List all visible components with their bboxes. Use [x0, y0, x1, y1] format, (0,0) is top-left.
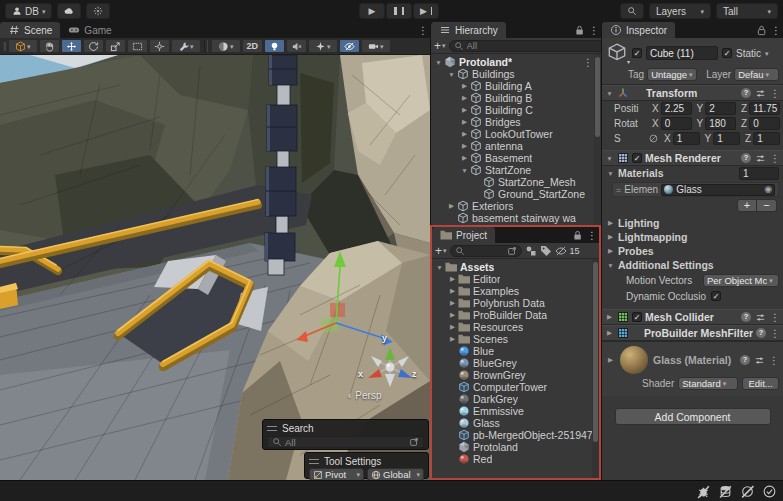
tab-scene[interactable]: Scene [0, 22, 60, 38]
hierarchy-row[interactable]: ▶ Building C [431, 104, 601, 116]
project-scrollbar[interactable] [592, 259, 599, 478]
filter-by-type-icon[interactable] [525, 245, 537, 257]
mesh-renderer-header[interactable]: ▼ ✓ Mesh Renderer ? ⋮ [602, 150, 783, 166]
layout-dropdown[interactable]: Tall ▾ [716, 3, 778, 19]
component-enabled-checkbox[interactable]: ✓ [632, 153, 642, 163]
popout-icon[interactable] [409, 437, 419, 447]
search-button[interactable] [620, 3, 644, 19]
cloud-button[interactable] [57, 3, 81, 19]
fold-arrow[interactable]: ▶ [447, 275, 458, 283]
value-z-field[interactable]: 11.75 [749, 102, 780, 115]
kebab-icon[interactable]: ⋮ [770, 88, 780, 99]
presets-icon[interactable] [755, 88, 766, 99]
project-row[interactable]: Red [432, 453, 599, 465]
help-icon[interactable]: ? [741, 153, 751, 163]
tool-context-dropdown[interactable]: ▾ [8, 39, 38, 53]
value-y-field[interactable]: 1 [713, 132, 740, 145]
project-row[interactable]: Protoland [432, 441, 599, 453]
hierarchy-row[interactable]: ▶ LookOutTower [431, 128, 601, 140]
pause-button[interactable] [386, 3, 412, 19]
transform-tool[interactable] [149, 39, 170, 53]
project-row[interactable]: ▶ Resources [432, 321, 599, 333]
help-icon[interactable]: ? [740, 355, 750, 365]
rect-tool[interactable] [127, 39, 148, 53]
gizmo-z-label[interactable]: z [412, 369, 417, 379]
material-preview-sphere[interactable] [620, 346, 648, 374]
dynamic-occlusion-checkbox[interactable]: ✓ [711, 291, 721, 301]
add-component-button[interactable]: Add Component [615, 408, 771, 425]
kebab-icon[interactable]: ⋮ [770, 153, 780, 164]
perspective-toggle[interactable]: ‹ Persp [348, 390, 412, 401]
project-row[interactable]: ▶ Scenes [432, 333, 599, 345]
scene-audio-toggle[interactable] [286, 39, 307, 53]
hierarchy-row[interactable]: ▶ Building B [431, 92, 601, 104]
active-checkbox[interactable]: ✓ [632, 48, 642, 58]
scene-viewport[interactable]: x y z ‹ Persp Search [0, 55, 430, 480]
kebab-icon[interactable]: ⋮ [770, 328, 780, 339]
project-row[interactable]: DarkGrey [432, 393, 599, 405]
presets-icon[interactable] [754, 355, 765, 366]
fold-arrow[interactable]: ▼ [605, 90, 614, 97]
cache-disabled-icon[interactable] [718, 484, 733, 499]
fold-arrow[interactable]: ▶ [459, 118, 470, 126]
popout-icon[interactable] [507, 246, 517, 256]
fold-arrow[interactable]: ▶ [447, 323, 458, 331]
additional-settings-foldout[interactable]: ▼ Additional Settings [602, 258, 783, 272]
hierarchy-scrollbar[interactable] [594, 54, 601, 225]
activity-check-icon[interactable] [762, 484, 777, 499]
drag-handle-icon[interactable] [309, 459, 319, 464]
hidden-packages-eye-icon[interactable] [555, 245, 567, 257]
drag-handle-icon[interactable]: || [3, 41, 6, 51]
probuilder-meshfilter-header[interactable]: ▶ ProBuilder MeshFilter ? ⋮ [602, 325, 783, 341]
scene-lighting-toggle[interactable] [264, 39, 285, 53]
materials-foldout[interactable]: ▼ Materials 1 [602, 166, 783, 180]
kebab-icon[interactable]: ⋮ [770, 312, 780, 323]
gizmo-y-label[interactable]: y [382, 333, 387, 343]
fold-arrow[interactable]: ▶ [447, 287, 458, 295]
project-search-input[interactable] [468, 245, 504, 256]
help-icon[interactable]: ? [741, 312, 751, 322]
kebab-icon[interactable]: ⋮ [418, 25, 428, 36]
value-x-field[interactable]: 2.25 [661, 102, 692, 115]
project-row[interactable]: Glass [432, 417, 599, 429]
scene-search-input[interactable] [285, 437, 406, 448]
layer-dropdown[interactable]: Defau ▾ [734, 68, 779, 81]
handle-orientation-dropdown[interactable]: Global ▾ [367, 468, 424, 480]
tag-dropdown[interactable]: Untagge ▾ [647, 68, 697, 81]
hierarchy-row[interactable]: ▶ Bridges [431, 116, 601, 128]
chevron-down-icon[interactable]: ▾ [765, 50, 769, 57]
hierarchy-row[interactable]: ▶ antenna [431, 140, 601, 152]
project-search-field[interactable] [450, 245, 522, 257]
hierarchy-row[interactable]: ▼ StartZone [431, 164, 601, 176]
tab-game[interactable]: Game [60, 22, 119, 38]
kebab-icon[interactable]: ⋮ [587, 230, 597, 241]
hierarchy-row[interactable]: ▶ Building A [431, 80, 601, 92]
project-row[interactable]: BlueGrey [432, 357, 599, 369]
project-row[interactable]: ComputerTower [432, 381, 599, 393]
drag-handle-icon[interactable]: = [616, 185, 621, 195]
effects-dropdown[interactable]: ▾ [308, 39, 338, 53]
help-icon[interactable]: ? [756, 328, 766, 338]
rotate-tool[interactable] [83, 39, 104, 53]
fold-arrow[interactable]: ▶ [459, 82, 470, 90]
create-asset-button[interactable]: + ▾ [435, 244, 447, 258]
fold-arrow[interactable]: ▼ [433, 59, 444, 66]
gameobject-name-field[interactable] [646, 46, 718, 60]
fold-arrow[interactable]: ▶ [605, 329, 614, 337]
custom-tools-dropdown[interactable]: ▾ [171, 39, 201, 53]
value-z-field[interactable]: 0 [749, 117, 780, 130]
gizmo-x-label[interactable]: x [358, 369, 363, 379]
presets-icon[interactable] [755, 153, 766, 164]
add-element-button[interactable]: + [737, 199, 757, 212]
motion-vectors-dropdown[interactable]: Per Object Mc ▾ [703, 274, 779, 287]
edit-shader-button[interactable]: Edit... [742, 377, 779, 390]
fold-arrow[interactable]: ▶ [459, 154, 470, 162]
hierarchy-row[interactable]: Ground_StartZone [431, 188, 601, 200]
fold-arrow[interactable]: ▼ [434, 264, 445, 271]
hierarchy-search-field[interactable] [449, 40, 617, 52]
object-picker-icon[interactable]: ◉ [764, 185, 772, 194]
move-tool[interactable] [61, 39, 82, 53]
fold-arrow[interactable]: ▶ [459, 142, 470, 150]
scale-tool[interactable] [105, 39, 126, 53]
tab-project[interactable]: Project [432, 227, 495, 243]
